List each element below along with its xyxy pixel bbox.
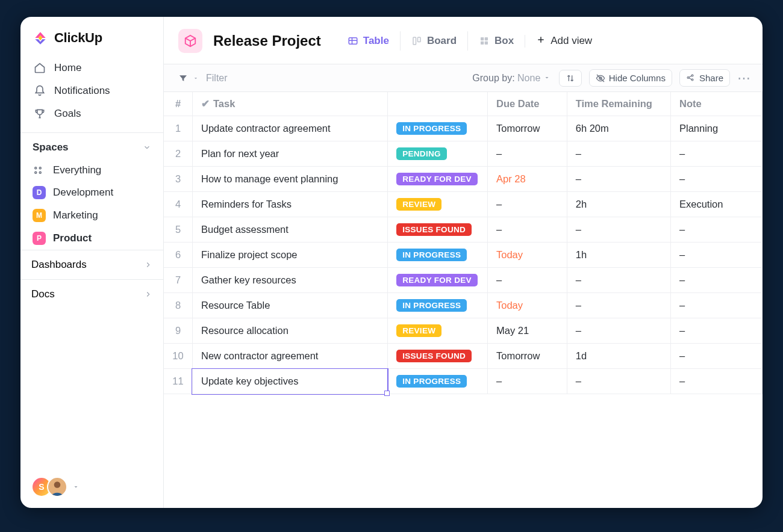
table-row[interactable]: 8Resource TableIN PROGRESSToday––: [164, 293, 763, 318]
cell-due[interactable]: Tomorrow: [488, 116, 567, 141]
table-row[interactable]: 5Budget assessmentISSUES FOUND–––: [164, 217, 763, 243]
cell-status[interactable]: IN PROGRESS: [388, 369, 488, 394]
cell-note[interactable]: –: [670, 293, 762, 318]
cell-status[interactable]: IN PROGRESS: [388, 116, 488, 141]
cell-note[interactable]: –: [670, 318, 762, 344]
cell-status[interactable]: READY FOR DEV: [388, 167, 488, 192]
cell-task[interactable]: Resource allocation: [192, 318, 387, 344]
col-time[interactable]: Time Remaining: [567, 92, 670, 116]
cell-time[interactable]: –: [567, 167, 670, 192]
col-due[interactable]: Due Date: [488, 92, 567, 116]
cell-note[interactable]: –: [670, 141, 762, 167]
cell-due[interactable]: –: [488, 268, 567, 293]
view-tab-board[interactable]: Board: [400, 31, 467, 51]
cell-time[interactable]: 1h: [567, 243, 670, 268]
cell-task[interactable]: Reminders for Tasks: [192, 192, 387, 217]
plus-icon: [536, 35, 546, 48]
nav-home[interactable]: Home: [28, 57, 156, 79]
caret-down-icon[interactable]: [72, 483, 81, 490]
cell-due[interactable]: Today: [488, 293, 567, 318]
space-item-marketing[interactable]: MMarketing: [20, 204, 163, 227]
filter-button[interactable]: Filter: [178, 73, 228, 84]
cell-status[interactable]: REVIEW: [388, 192, 488, 217]
cell-due[interactable]: –: [488, 192, 567, 217]
table-row[interactable]: 11Update key objectivesIN PROGRESS–––: [164, 369, 763, 394]
groupby-control[interactable]: Group by: None: [472, 73, 551, 84]
table-row[interactable]: 6Finalize project scopeIN PROGRESSToday1…: [164, 243, 763, 268]
table-row[interactable]: 10New contractor agreementISSUES FOUNDTo…: [164, 344, 763, 369]
cell-task[interactable]: New contractor agreement: [192, 344, 387, 369]
view-tab-box[interactable]: Box: [467, 31, 525, 51]
cell-status[interactable]: IN PROGRESS: [388, 293, 488, 318]
user-avatars[interactable]: S: [31, 477, 81, 497]
col-note[interactable]: Note: [670, 92, 762, 116]
table-row[interactable]: 1Update contractor agreementIN PROGRESST…: [164, 116, 763, 141]
cell-note[interactable]: –: [670, 268, 762, 293]
nav-goals[interactable]: Goals: [28, 102, 156, 125]
cell-due[interactable]: Tomorrow: [488, 344, 567, 369]
cell-status[interactable]: PENDING: [388, 141, 488, 167]
cell-note[interactable]: Planning: [670, 116, 762, 141]
cell-time[interactable]: –: [567, 293, 670, 318]
svg-rect-7: [417, 37, 420, 42]
cell-time[interactable]: 1d: [567, 344, 670, 369]
cell-note[interactable]: –: [670, 217, 762, 243]
cell-task[interactable]: Gather key resources: [192, 268, 387, 293]
col-num[interactable]: #: [164, 92, 192, 116]
cell-due[interactable]: –: [488, 217, 567, 243]
space-item-product[interactable]: PProduct: [20, 227, 163, 250]
cell-task[interactable]: Budget assessment: [192, 217, 387, 243]
table-row[interactable]: 9Resource allocationREVIEWMay 21––: [164, 318, 763, 344]
col-status[interactable]: [388, 92, 488, 116]
cell-note[interactable]: Execution: [670, 192, 762, 217]
avatar-member[interactable]: [47, 477, 67, 497]
space-item-development[interactable]: DDevelopment: [20, 181, 163, 204]
cell-task[interactable]: Resource Table: [192, 293, 387, 318]
docs-section[interactable]: Docs: [20, 279, 163, 309]
spaces-header[interactable]: Spaces: [20, 132, 163, 159]
table-row[interactable]: 2Plan for next yearPENDING–––: [164, 141, 763, 167]
share-button[interactable]: Share: [679, 69, 730, 87]
nav-notifications[interactable]: Notifications: [28, 79, 156, 102]
cell-note[interactable]: –: [670, 369, 762, 394]
cell-due[interactable]: Today: [488, 243, 567, 268]
cell-status[interactable]: ISSUES FOUND: [388, 344, 488, 369]
cell-due[interactable]: Apr 28: [488, 167, 567, 192]
cell-task[interactable]: Update key objectives: [192, 369, 387, 394]
add-view-button[interactable]: Add view: [525, 35, 592, 48]
cell-due[interactable]: –: [488, 369, 567, 394]
dashboards-section[interactable]: Dashboards: [20, 250, 163, 279]
sort-button[interactable]: [559, 70, 582, 87]
cell-time[interactable]: –: [567, 268, 670, 293]
cell-time[interactable]: 2h: [567, 192, 670, 217]
cell-time[interactable]: 6h 20m: [567, 116, 670, 141]
cell-time[interactable]: –: [567, 318, 670, 344]
cell-time[interactable]: –: [567, 141, 670, 167]
groupby-value: None: [517, 73, 540, 83]
more-menu[interactable]: ⋯: [737, 70, 752, 86]
logo[interactable]: ClickUp: [20, 17, 163, 55]
hide-columns-button[interactable]: Hide Columns: [589, 69, 672, 87]
cell-status[interactable]: READY FOR DEV: [388, 268, 488, 293]
cell-note[interactable]: –: [670, 344, 762, 369]
view-tab-table[interactable]: Table: [337, 31, 400, 51]
table-row[interactable]: 7Gather key resourcesREADY FOR DEV–––: [164, 268, 763, 293]
cell-task[interactable]: Finalize project scope: [192, 243, 387, 268]
cell-due[interactable]: May 21: [488, 318, 567, 344]
cell-status[interactable]: REVIEW: [388, 318, 488, 344]
cell-task[interactable]: Plan for next year: [192, 141, 387, 167]
cell-note[interactable]: –: [670, 167, 762, 192]
cell-due[interactable]: –: [488, 141, 567, 167]
table-row[interactable]: 4Reminders for TasksREVIEW–2hExecution: [164, 192, 763, 217]
space-everything[interactable]: Everything: [20, 159, 163, 181]
cell-time[interactable]: –: [567, 217, 670, 243]
table-row[interactable]: 3How to manage event planningREADY FOR D…: [164, 167, 763, 192]
col-task[interactable]: ✔Task: [192, 92, 387, 116]
cell-note[interactable]: –: [670, 243, 762, 268]
cell-time[interactable]: –: [567, 369, 670, 394]
cell-task[interactable]: How to manage event planning: [192, 167, 387, 192]
cell-task[interactable]: Update contractor agreement: [192, 116, 387, 141]
cell-status[interactable]: ISSUES FOUND: [388, 217, 488, 243]
cell-status[interactable]: IN PROGRESS: [388, 243, 488, 268]
space-label: Development: [53, 187, 113, 199]
